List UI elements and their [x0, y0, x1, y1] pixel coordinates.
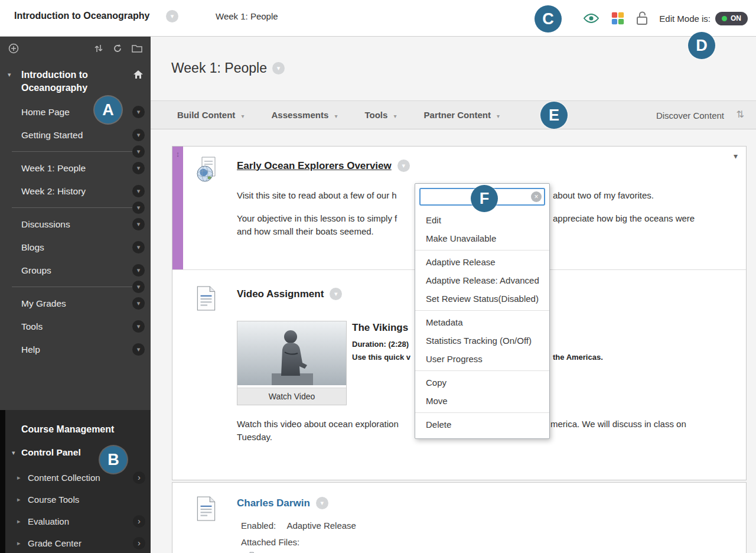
chevron-down-icon: ▾	[497, 113, 500, 119]
chevron-down-icon: ▾	[242, 113, 245, 119]
menu-item-adaptive-release[interactable]: Adaptive Release	[415, 253, 549, 271]
sidebar-item-home-page[interactable]: Home Page ▾	[0, 100, 151, 123]
sidebar-item-discussions[interactable]: Discussions ▾	[0, 213, 151, 236]
chevron-down-icon: ▾	[394, 113, 397, 119]
tools-button[interactable]: Tools ▾	[364, 110, 396, 120]
caret-right-icon: ▸	[17, 532, 21, 553]
menu-divider: ▾	[12, 287, 133, 287]
item-options-icon[interactable]: ▾	[132, 185, 145, 197]
sidebar-course-title-line2: Oceanography	[21, 82, 127, 95]
item-options-icon[interactable]: ▾	[132, 343, 145, 356]
edit-mode-toggle[interactable]: ON	[715, 12, 748, 25]
item-options-icon[interactable]: ▾	[132, 218, 145, 230]
item3-options-icon[interactable]: ▾	[316, 497, 328, 509]
sidebar-item-groups[interactable]: Groups ▾	[0, 259, 151, 282]
student-preview-icon[interactable]	[582, 12, 600, 25]
item1-title-link[interactable]: Early Ocean Explorers Overview	[237, 160, 392, 172]
theme-palette-icon[interactable]	[611, 11, 625, 25]
sidebar-item-label: Week 2: History	[21, 186, 86, 196]
item-options-icon[interactable]: ▾	[132, 297, 145, 310]
menu-item-make-unavailable[interactable]: Make Unavailable	[415, 229, 549, 248]
add-menu-item-icon[interactable]	[8, 43, 19, 54]
enabled-row: Enabled: Adaptive Release	[241, 521, 356, 531]
item2-options-icon[interactable]: ▾	[330, 288, 342, 300]
divider-options-icon[interactable]: ▾	[132, 281, 145, 293]
sidebar-item-tools[interactable]: Tools ▾	[0, 315, 151, 338]
video-thumbnail[interactable]: Watch Video	[237, 321, 347, 405]
drag-vertical-icon: ↕	[176, 149, 180, 158]
sidebar-course-title-line1: Introduction to	[21, 69, 127, 82]
item-options-icon[interactable]: ▾	[132, 106, 145, 118]
item-options-icon[interactable]: ▾	[132, 129, 145, 141]
folder-view-icon[interactable]	[132, 44, 142, 53]
item3-title-link[interactable]: Charles Darwin	[237, 497, 310, 509]
watch-video-button[interactable]: Watch Video	[237, 388, 346, 405]
item1-options-icon[interactable]: ▾	[397, 160, 410, 172]
sort-icon[interactable]: ⇅	[737, 109, 744, 120]
sidebar-item-evaluation[interactable]: ▸ Evaluation ›	[5, 510, 151, 532]
caret-down-icon: ▾	[12, 445, 15, 460]
assessments-button[interactable]: Assessments ▾	[272, 110, 338, 120]
sidebar-item-week-2-history[interactable]: Week 2: History ▾	[0, 180, 151, 203]
item1-text: about two of my favorites.	[553, 190, 654, 200]
menu-item-set-review-status[interactable]: Set Review Status(Disabled)	[415, 289, 549, 308]
build-content-button[interactable]: Build Content ▾	[177, 110, 245, 120]
annotation-badge-d: D	[688, 32, 715, 59]
reorder-icon[interactable]	[94, 44, 103, 53]
menu-item-delete[interactable]: Delete	[415, 415, 549, 434]
sidebar-item-my-grades[interactable]: My Grades ▾	[0, 292, 151, 315]
page-title-menu-icon[interactable]: ▾	[272, 62, 285, 74]
menu-divider: ▾	[12, 151, 133, 152]
sidebar-item-week-1-people[interactable]: Week 1: People ▾	[0, 157, 151, 180]
top-bar: Introduction to Oceanography ▾ Week 1: P…	[0, 0, 756, 37]
sidebar-item-getting-started[interactable]: Getting Started ▾	[0, 123, 151, 147]
sidebar-item-label: Groups	[21, 265, 51, 275]
expand-arrow-icon[interactable]: ›	[133, 515, 145, 528]
content-list-continued: Charles Darwin ▾ Enabled: Adaptive Relea…	[172, 482, 747, 553]
web-link-globe-icon	[195, 156, 222, 186]
item2-title[interactable]: Video Assignment	[237, 288, 324, 300]
sidebar-item-help[interactable]: Help ▾	[0, 338, 151, 361]
menu-item-user-progress[interactable]: User Progress	[415, 350, 549, 368]
menu-item-move[interactable]: Move	[415, 392, 549, 410]
course-menu-header[interactable]: ▾ Introduction to Oceanography	[0, 59, 151, 100]
item-options-icon[interactable]: ▾	[132, 320, 145, 333]
discover-content-button[interactable]: Discover Content	[656, 101, 724, 130]
sidebar-item-course-tools[interactable]: ▸ Course Tools	[5, 489, 151, 510]
cm-item-label: Course Tools	[28, 495, 79, 505]
divider-options-icon[interactable]: ▾	[132, 145, 145, 158]
video-duration: Duration: (2:28)	[352, 340, 409, 349]
home-icon[interactable]	[133, 70, 144, 82]
control-panel-label: Control Panel	[21, 447, 81, 457]
menu-item-copy[interactable]: Copy	[415, 373, 549, 392]
page-title-row: Week 1: People ▾	[171, 60, 285, 76]
sidebar-item-content-collection[interactable]: ▸ Content Collection ›	[5, 467, 151, 489]
menu-item-metadata[interactable]: Metadata	[415, 313, 549, 331]
menu-item-statistics-tracking[interactable]: Statistics Tracking (On/Off)	[415, 331, 549, 350]
document-icon	[195, 496, 217, 524]
control-panel-toggle[interactable]: ▾ Control Panel	[5, 445, 151, 460]
collapse-item-icon[interactable]: ▾	[734, 151, 738, 161]
menu-item-adaptive-release-advanced[interactable]: Adaptive Release: Advanced	[415, 271, 549, 289]
drag-handle[interactable]: ↕	[172, 147, 183, 269]
sidebar-item-label: My Grades	[21, 298, 66, 308]
menu-item-edit[interactable]: Edit	[415, 211, 549, 229]
course-title-menu-icon[interactable]: ▾	[166, 10, 178, 22]
sidebar-item-grade-center[interactable]: ▸ Grade Center ›	[5, 532, 151, 553]
lock-icon[interactable]	[636, 11, 649, 26]
expand-arrow-icon[interactable]: ›	[133, 471, 145, 484]
divider-options-icon[interactable]: ▾	[132, 201, 145, 214]
collapse-caret-icon[interactable]: ▾	[8, 71, 11, 79]
item-options-icon[interactable]: ▾	[132, 241, 145, 253]
item1-text: Visit this site to read about a few of o…	[237, 190, 397, 200]
edit-mode-label: Edit Mode is:	[659, 14, 711, 24]
partner-content-button[interactable]: Partner Content ▾	[424, 110, 500, 120]
chevron-down-icon: ▾	[334, 113, 337, 119]
clear-search-icon[interactable]: ×	[531, 191, 542, 202]
item-options-icon[interactable]: ▾	[132, 162, 145, 174]
expand-arrow-icon[interactable]: ›	[133, 537, 145, 549]
enabled-label: Enabled:	[241, 521, 276, 531]
refresh-icon[interactable]	[113, 44, 122, 53]
item-options-icon[interactable]: ▾	[132, 264, 145, 276]
sidebar-item-blogs[interactable]: Blogs ▾	[0, 236, 151, 259]
